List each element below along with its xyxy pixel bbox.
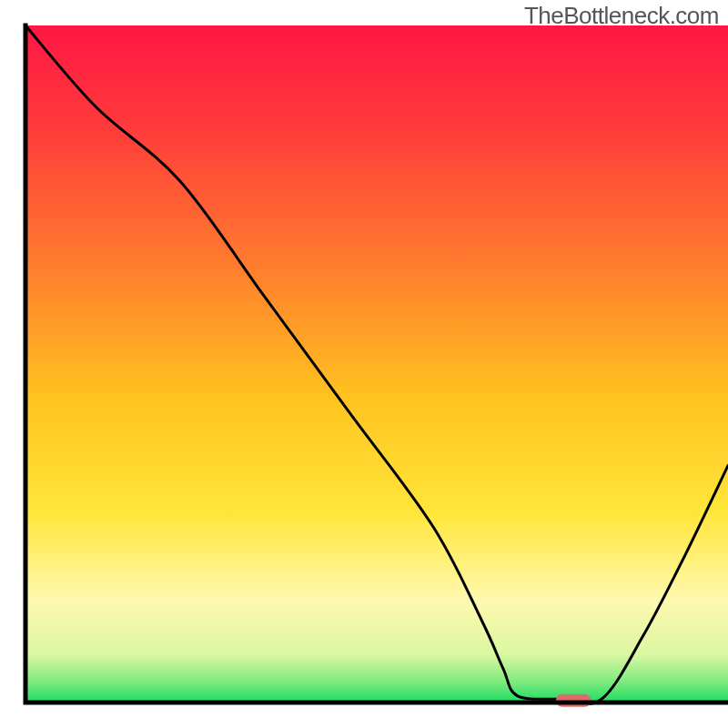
brand-watermark: TheBottleneck.com: [524, 2, 719, 30]
bottleneck-chart: [0, 0, 728, 728]
chart-background-gradient: [25, 25, 728, 703]
chart-container: TheBottleneck.com: [0, 0, 728, 728]
